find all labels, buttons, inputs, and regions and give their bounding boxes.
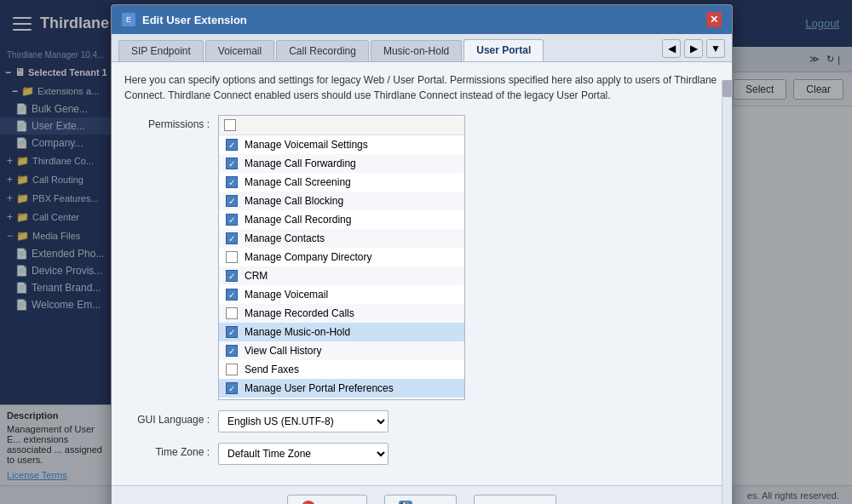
permission-label-11: View Call History	[245, 345, 321, 357]
permission-label-2: Manage Call Screening	[245, 176, 351, 188]
modal-scrollbar[interactable]	[722, 80, 732, 504]
permission-checkbox-3[interactable]	[226, 195, 238, 207]
permission-checkbox-4[interactable]	[226, 214, 238, 226]
permissions-row: Permissions : Manage Voicemail SettingsM…	[124, 115, 719, 400]
permission-label-5: Manage Contacts	[245, 232, 325, 244]
permission-item-6[interactable]: Manage Company Directory	[219, 248, 464, 266]
tab-prev-button[interactable]: ◀	[662, 39, 681, 58]
permission-checkbox-11[interactable]	[226, 345, 238, 357]
permission-label-0: Manage Voicemail Settings	[245, 139, 368, 151]
delete-button[interactable]: 🚫 Delete	[287, 495, 367, 504]
permission-item-1[interactable]: Manage Call Forwarding	[219, 154, 464, 173]
permissions-container: Manage Voicemail SettingsManage Call For…	[218, 115, 465, 400]
tab-user-portal[interactable]: User Portal	[463, 39, 544, 61]
tab-next-button[interactable]: ▶	[684, 39, 703, 58]
permission-item-7[interactable]: CRM	[219, 266, 464, 285]
permission-checkbox-13[interactable]	[226, 382, 238, 394]
permission-item-12[interactable]: Send Faxes	[219, 360, 464, 379]
permission-item-9[interactable]: Manage Recorded Calls	[219, 304, 464, 323]
modal-tabs: SIP Endpoint Voicemail Call Recording Mu…	[112, 34, 732, 62]
user-portal-info-text: Here you can specify options and setting…	[124, 72, 719, 103]
permission-label-1: Manage Call Forwarding	[245, 158, 356, 169]
permission-item-2[interactable]: Manage Call Screening	[219, 173, 464, 192]
permission-label-3: Manage Call Blocking	[245, 195, 343, 207]
edit-user-extension-modal: E Edit User Extension ✕ SIP Endpoint Voi…	[111, 4, 733, 504]
permission-label-7: CRM	[245, 270, 268, 282]
tab-music-on-hold[interactable]: Music-on-Hold	[371, 40, 462, 61]
modal-title-left: E Edit User Extension	[122, 13, 247, 26]
permission-checkbox-9[interactable]	[226, 307, 238, 319]
permission-label-6: Manage Company Directory	[245, 251, 371, 263]
save-icon: 💾	[399, 501, 412, 504]
modal-titlebar: E Edit User Extension ✕	[112, 5, 732, 34]
permission-checkbox-6[interactable]	[226, 251, 238, 263]
permissions-label: Permissions :	[124, 115, 210, 130]
permission-checkbox-7[interactable]	[226, 270, 238, 282]
permission-item-4[interactable]: Manage Call Recording	[219, 210, 464, 229]
permission-label-4: Manage Call Recording	[245, 214, 351, 226]
permission-item-3[interactable]: Manage Call Blocking	[219, 192, 464, 210]
permission-item-13[interactable]: Manage User Portal Preferences	[219, 379, 464, 398]
permission-checkbox-2[interactable]	[226, 176, 238, 188]
cancel-icon: ↩	[488, 501, 502, 504]
permission-label-13: Manage User Portal Preferences	[245, 382, 394, 394]
permission-label-10: Manage Music-on-Hold	[245, 326, 350, 338]
timezone-row: Time Zone : Default Time ZoneUTCUS/Easte…	[124, 443, 719, 465]
tab-dropdown-button[interactable]: ▼	[706, 39, 725, 58]
permission-item-0[interactable]: Manage Voicemail Settings	[219, 135, 464, 154]
permission-item-14[interactable]: Manage Day/Night Mode	[219, 398, 464, 399]
modal-title-icon: E	[122, 13, 135, 26]
tab-call-recording[interactable]: Call Recording	[276, 40, 369, 61]
permission-checkbox-8[interactable]	[226, 289, 238, 301]
permission-checkbox-0[interactable]	[226, 139, 238, 151]
permission-checkbox-1[interactable]	[226, 158, 238, 169]
permission-label-12: Send Faxes	[245, 364, 299, 375]
permission-label-8: Manage Voicemail	[245, 289, 328, 301]
gui-language-select[interactable]: English US (EN.UTF-8)FrenchGermanSpanish	[218, 410, 389, 432]
timezone-select[interactable]: Default Time ZoneUTCUS/EasternUS/Central…	[218, 443, 389, 465]
cancel-label: Cancel	[507, 501, 541, 505]
permission-checkbox-5[interactable]	[226, 232, 238, 244]
save-button[interactable]: 💾 Save	[384, 495, 458, 504]
permission-label-9: Manage Recorded Calls	[245, 307, 354, 319]
permission-checkbox-12[interactable]	[226, 364, 238, 375]
permission-item-11[interactable]: View Call History	[219, 341, 464, 360]
permission-item-8[interactable]: Manage Voicemail	[219, 285, 464, 304]
permissions-select-all-checkbox[interactable]	[224, 119, 236, 131]
delete-label: Delete	[320, 501, 353, 505]
cancel-button[interactable]: ↩ Cancel	[474, 495, 556, 504]
modal-footer: 🚫 Delete 💾 Save ↩ Cancel	[112, 485, 732, 504]
scroll-thumb-top[interactable]	[722, 80, 733, 97]
tab-sip-endpoint[interactable]: SIP Endpoint	[118, 40, 204, 61]
timezone-label: Time Zone :	[124, 443, 210, 458]
modal-close-button[interactable]: ✕	[706, 12, 722, 27]
save-label: Save	[417, 501, 443, 505]
modal-body: Here you can specify options and setting…	[112, 62, 732, 485]
tab-navigation: ◀ ▶ ▼	[662, 39, 725, 61]
gui-language-row: GUI Language : English US (EN.UTF-8)Fren…	[124, 410, 719, 432]
permission-item-10[interactable]: Manage Music-on-Hold	[219, 323, 464, 341]
modal-title: Edit User Extension	[142, 14, 247, 26]
permission-checkbox-10[interactable]	[226, 326, 238, 338]
delete-icon: 🚫	[302, 501, 315, 504]
gui-language-label: GUI Language :	[124, 410, 210, 426]
permissions-header[interactable]	[219, 116, 464, 135]
permissions-list[interactable]: Manage Voicemail SettingsManage Call For…	[219, 135, 464, 399]
permission-item-5[interactable]: Manage Contacts	[219, 229, 464, 248]
tab-voicemail[interactable]: Voicemail	[205, 40, 274, 61]
